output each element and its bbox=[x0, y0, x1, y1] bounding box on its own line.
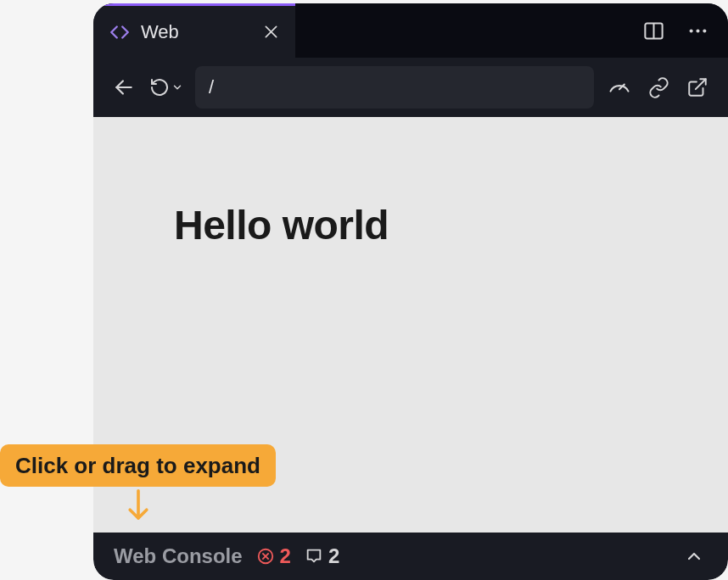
address-bar-value: / bbox=[209, 76, 214, 98]
reload-button[interactable] bbox=[149, 74, 183, 101]
page-heading: Hello world bbox=[174, 202, 647, 248]
code-icon bbox=[109, 21, 131, 43]
svg-point-4 bbox=[689, 29, 692, 32]
browser-window: Web / bbox=[93, 3, 728, 580]
chevron-up-icon bbox=[684, 546, 704, 566]
svg-line-9 bbox=[696, 79, 706, 89]
address-bar[interactable]: / bbox=[195, 66, 594, 109]
more-menu-icon[interactable] bbox=[684, 17, 711, 44]
close-tab-button[interactable] bbox=[262, 23, 280, 41]
performance-icon[interactable] bbox=[606, 74, 633, 101]
open-external-icon[interactable] bbox=[684, 74, 711, 101]
expand-console-button[interactable] bbox=[680, 543, 708, 570]
instruction-callout: Click or drag to expand bbox=[0, 444, 276, 487]
console-label: Web Console bbox=[114, 544, 243, 568]
callout-text: Click or drag to expand bbox=[15, 453, 260, 479]
error-count: 2 bbox=[280, 544, 291, 568]
chevron-down-icon bbox=[171, 81, 183, 93]
link-icon[interactable] bbox=[645, 74, 672, 101]
message-icon bbox=[305, 547, 323, 566]
callout-arrow-icon bbox=[124, 488, 153, 527]
active-tab[interactable]: Web bbox=[93, 3, 295, 58]
tab-bar-actions bbox=[295, 3, 728, 58]
split-panel-icon[interactable] bbox=[640, 17, 667, 44]
error-badge[interactable]: 2 bbox=[256, 544, 291, 568]
web-console-bar[interactable]: Web Console 2 2 bbox=[93, 533, 728, 580]
svg-point-5 bbox=[696, 29, 699, 32]
toolbar: / bbox=[93, 58, 728, 117]
message-count: 2 bbox=[328, 544, 339, 568]
tab-title: Web bbox=[141, 21, 252, 43]
error-icon bbox=[256, 547, 275, 566]
tab-bar: Web bbox=[93, 3, 728, 58]
svg-point-6 bbox=[703, 29, 706, 32]
message-badge[interactable]: 2 bbox=[305, 544, 339, 568]
back-button[interactable] bbox=[110, 74, 137, 101]
